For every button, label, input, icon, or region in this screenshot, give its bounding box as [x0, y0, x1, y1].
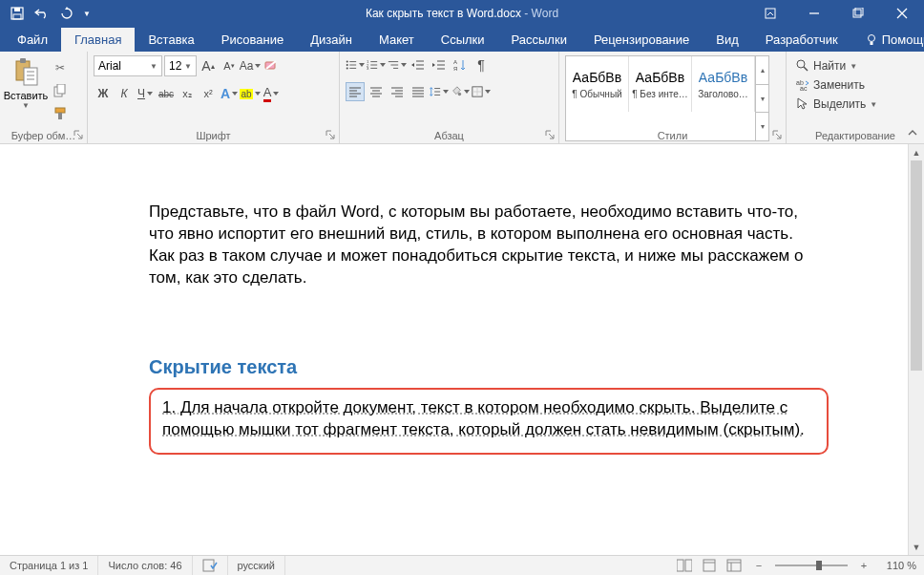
select-button[interactable]: Выделить ▼: [792, 96, 881, 113]
increase-indent-button[interactable]: [430, 55, 449, 75]
highlight-button[interactable]: ab: [241, 84, 260, 103]
styles-scroll-up[interactable]: ▴: [756, 56, 768, 85]
copy-button[interactable]: [50, 80, 71, 101]
redo-button[interactable]: [55, 2, 78, 25]
paint-bucket-icon: [451, 85, 462, 98]
web-layout-button[interactable]: [724, 557, 745, 574]
cut-button[interactable]: ✂: [50, 57, 71, 78]
bold-button[interactable]: Ж: [94, 84, 113, 103]
tab-view[interactable]: Вид: [703, 28, 752, 52]
spell-check-status[interactable]: [193, 556, 228, 575]
minimize-button[interactable]: [792, 0, 836, 27]
close-button[interactable]: [880, 0, 924, 27]
zoom-out-button[interactable]: −: [748, 557, 769, 574]
tab-design[interactable]: Дизайн: [297, 28, 366, 52]
tab-file[interactable]: Файл: [4, 28, 61, 52]
qat-customize[interactable]: ▼: [80, 2, 94, 25]
clipboard-dialog-launcher[interactable]: [73, 129, 84, 140]
font-size-combo[interactable]: 12▼: [164, 55, 197, 76]
group-paragraph: 123 AЯ ¶ Абзац: [340, 52, 559, 143]
paste-button[interactable]: Вставить ▼: [6, 55, 46, 141]
paragraph-dialog-launcher[interactable]: [544, 129, 556, 140]
replace-button[interactable]: abac Заменить: [792, 76, 881, 94]
show-paragraph-marks-button[interactable]: ¶: [472, 55, 491, 75]
align-right-button[interactable]: [388, 82, 407, 101]
grow-font-button[interactable]: A▴: [199, 56, 218, 75]
zoom-in-button[interactable]: +: [853, 557, 874, 574]
clear-formatting-button[interactable]: [262, 56, 281, 75]
zoom-thumb[interactable]: [816, 561, 822, 570]
tab-insert[interactable]: Вставка: [135, 28, 207, 52]
format-painter-button[interactable]: [50, 103, 71, 124]
line-spacing-button[interactable]: [430, 82, 449, 101]
tab-layout[interactable]: Макет: [366, 28, 428, 52]
heading[interactable]: Скрытие текста: [149, 356, 885, 378]
change-case-button[interactable]: Aa: [241, 56, 260, 75]
save-button[interactable]: [6, 2, 29, 25]
scroll-thumb[interactable]: [911, 160, 922, 371]
italic-button[interactable]: К: [115, 84, 134, 103]
page: Представьте, что в файл Word, с которым …: [0, 144, 908, 474]
align-center-button[interactable]: [367, 82, 386, 101]
vertical-scrollbar[interactable]: ▲ ▼: [908, 144, 924, 555]
style-no-spacing[interactable]: АаБбВв ¶ Без инте…: [629, 56, 692, 112]
body-paragraph[interactable]: Представьте, что в файл Word, с которым …: [149, 202, 817, 289]
page-indicator[interactable]: Страница 1 из 1: [0, 556, 98, 575]
scroll-down-button[interactable]: ▼: [909, 539, 924, 555]
undo-button[interactable]: [31, 2, 53, 25]
svg-text:Я: Я: [453, 66, 457, 72]
group-font: Arial▼ 12▼ A▴ A▾ Aa Ж К Ч abc x₂ x² A ab…: [88, 52, 340, 143]
tab-developer[interactable]: Разработчик: [752, 28, 851, 52]
style-normal[interactable]: АаБбВв ¶ Обычный: [566, 56, 629, 112]
print-layout-button[interactable]: [699, 557, 720, 574]
svg-rect-20: [58, 113, 62, 119]
strikethrough-button[interactable]: abc: [157, 84, 176, 103]
selected-paragraph[interactable]: 1. Для начала откройте документ, текст в…: [162, 397, 815, 441]
justify-button[interactable]: [409, 82, 428, 101]
maximize-button[interactable]: [836, 0, 880, 27]
align-left-button[interactable]: [346, 82, 365, 101]
ribbon-display-options[interactable]: [748, 0, 792, 27]
read-mode-button[interactable]: [674, 557, 695, 574]
text-effects-button[interactable]: A: [220, 84, 239, 103]
sort-icon: AЯ: [453, 58, 467, 72]
decrease-indent-button[interactable]: [409, 55, 428, 75]
tell-me[interactable]: Помощн: [851, 28, 924, 52]
tab-review[interactable]: Рецензирование: [580, 28, 703, 52]
underline-button[interactable]: Ч: [136, 84, 155, 103]
styles-scroll-down[interactable]: ▾: [756, 85, 768, 114]
tab-draw[interactable]: Рисование: [208, 28, 297, 52]
superscript-button[interactable]: x²: [199, 84, 218, 103]
numbering-button[interactable]: 123: [367, 55, 386, 75]
svg-rect-72: [203, 560, 214, 571]
svg-point-68: [797, 60, 805, 68]
font-name-combo[interactable]: Arial▼: [94, 55, 162, 76]
language-indicator[interactable]: русский: [228, 556, 285, 575]
borders-button[interactable]: [472, 82, 491, 101]
tab-references[interactable]: Ссылки: [428, 28, 498, 52]
multilevel-list-button[interactable]: [388, 55, 407, 75]
font-dialog-launcher[interactable]: [325, 129, 336, 140]
shading-button[interactable]: [451, 82, 470, 101]
font-color-button[interactable]: A: [262, 84, 281, 103]
find-button[interactable]: Найти ▼: [792, 57, 881, 75]
scroll-up-button[interactable]: ▲: [909, 144, 924, 160]
zoom-track[interactable]: [775, 564, 848, 566]
subscript-button[interactable]: x₂: [178, 84, 197, 103]
style-heading1[interactable]: АаБбВв Заголово…: [692, 56, 755, 112]
zoom-level[interactable]: 110 %: [878, 560, 916, 571]
styles-dialog-launcher[interactable]: [771, 129, 783, 140]
collapse-ribbon-button[interactable]: [905, 127, 920, 140]
document-area[interactable]: Представьте, что в файл Word, с которым …: [0, 144, 908, 555]
svg-text:3: 3: [367, 66, 369, 71]
svg-rect-6: [855, 8, 863, 15]
styles-gallery: АаБбВв ¶ Обычный АаБбВв ¶ Без инте… АаБб…: [565, 55, 769, 141]
svg-rect-10: [870, 42, 872, 45]
tab-mailings[interactable]: Рассылки: [498, 28, 580, 52]
tab-home[interactable]: Главная: [61, 28, 135, 52]
word-count[interactable]: Число слов: 46: [98, 556, 192, 575]
scissors-icon: ✂: [55, 61, 65, 75]
shrink-font-button[interactable]: A▾: [220, 56, 239, 75]
bullets-button[interactable]: [346, 55, 365, 75]
sort-button[interactable]: AЯ: [451, 55, 470, 75]
